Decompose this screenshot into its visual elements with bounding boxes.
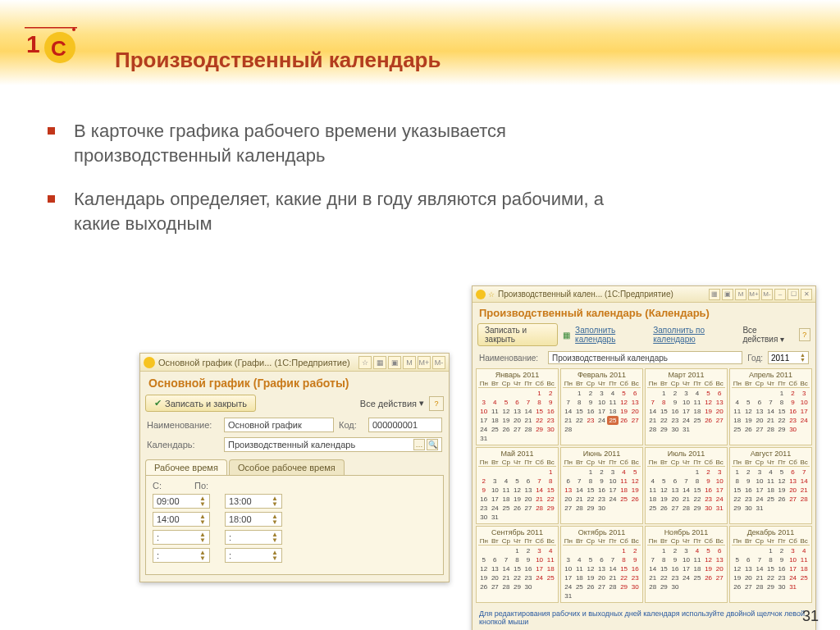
calendar-day[interactable]: 2 — [669, 389, 681, 398]
calendar-day[interactable]: 27 — [563, 504, 574, 513]
time-field[interactable]: 13:00▲▼ — [225, 494, 282, 509]
calendar-day[interactable]: 30 — [703, 504, 714, 513]
time-field[interactable]: :▲▼ — [225, 548, 282, 563]
calendar-day[interactable]: 11 — [692, 555, 703, 564]
calendar-day[interactable]: 9 — [545, 398, 556, 407]
calendar-day[interactable]: 28 — [523, 425, 534, 434]
calendar-day[interactable]: 19 — [512, 495, 523, 504]
memory-minus-button[interactable]: M- — [432, 356, 445, 369]
fill-calendar-link[interactable]: Заполнить календарь — [575, 326, 648, 344]
calendar-day[interactable]: 10 — [534, 555, 546, 564]
calendar-day[interactable]: 2 — [596, 468, 608, 477]
calendar-day[interactable]: 10 — [681, 398, 692, 407]
calendar-day[interactable]: 29 — [776, 425, 788, 434]
calendar-day[interactable]: 23 — [776, 573, 788, 582]
calendar-day[interactable]: 10 — [798, 398, 810, 407]
calendar-day[interactable]: 1 — [732, 468, 743, 477]
calendar-day[interactable]: 18 — [619, 486, 630, 495]
calendar-day[interactable]: 28 — [534, 504, 546, 513]
calendar-day[interactable]: 14 — [607, 564, 619, 573]
calendar-day[interactable]: 22 — [534, 416, 546, 425]
calendar-day[interactable]: 22 — [732, 495, 743, 504]
calendar-day[interactable]: 30 — [478, 513, 490, 522]
calendar-day[interactable]: 3 — [714, 468, 725, 477]
open-button[interactable]: 🔍 — [427, 439, 438, 450]
calendar-day[interactable]: 16 — [478, 495, 490, 504]
calendar-day[interactable]: 4 — [500, 477, 512, 486]
calendar-day[interactable]: 26 — [659, 504, 670, 513]
calendar-day[interactable]: 19 — [619, 407, 630, 416]
code-field[interactable]: 000000001 — [368, 418, 442, 432]
calendar-day[interactable]: 15 — [534, 407, 546, 416]
calendar-day[interactable]: 15 — [776, 407, 788, 416]
calendar-day[interactable]: 13 — [714, 398, 725, 407]
calendar-day[interactable]: 12 — [478, 564, 490, 573]
calendar-day[interactable]: 8 — [545, 477, 556, 486]
all-actions-dropdown[interactable]: Все действия ▾ — [742, 326, 793, 344]
time-field[interactable]: 09:00▲▼ — [153, 494, 210, 509]
calendar-day[interactable]: 28 — [607, 582, 619, 591]
calendar-day[interactable]: 11 — [647, 486, 659, 495]
tab-work-time[interactable]: Рабочее время — [145, 459, 227, 475]
calendar-day[interactable]: 17 — [798, 407, 810, 416]
calendar-day[interactable]: 9 — [743, 477, 755, 486]
calendar-day[interactable]: 20 — [669, 495, 681, 504]
calendar-day[interactable]: 13 — [669, 486, 681, 495]
calendar-day[interactable]: 21 — [647, 573, 659, 582]
calendar-day[interactable]: 1 — [776, 389, 788, 398]
calendar-day[interactable]: 13 — [563, 486, 574, 495]
calendar-day[interactable]: 30 — [545, 425, 556, 434]
calendar-day[interactable]: 6 — [743, 555, 755, 564]
calendar-day[interactable]: 19 — [585, 573, 596, 582]
calendar-day[interactable]: 12 — [732, 564, 743, 573]
calendar-day[interactable]: 17 — [534, 564, 546, 573]
calendar-day[interactable]: 16 — [703, 486, 714, 495]
calendar-day[interactable]: 1 — [659, 546, 670, 555]
calendar-day[interactable]: 24 — [534, 573, 546, 582]
calendar-day[interactable]: 3 — [563, 555, 574, 564]
calendar-day[interactable]: 11 — [500, 486, 512, 495]
calendar-day[interactable]: 20 — [788, 486, 799, 495]
calendar-day[interactable]: 5 — [512, 477, 523, 486]
calendar-day[interactable]: 27 — [788, 495, 799, 504]
calendar-day[interactable]: 17 — [478, 416, 490, 425]
calendar-day[interactable]: 14 — [647, 407, 659, 416]
calendar-day[interactable]: 20 — [512, 416, 523, 425]
calendar-day[interactable]: 19 — [659, 495, 670, 504]
calendar-day[interactable]: 29 — [534, 425, 546, 434]
calendar-day[interactable]: 25 — [500, 504, 512, 513]
calendar-day[interactable]: 23 — [545, 416, 556, 425]
calendar-day[interactable]: 21 — [754, 573, 765, 582]
calendar-day[interactable]: 1 — [512, 546, 523, 555]
calendar-day[interactable]: 7 — [647, 555, 659, 564]
calendar-day[interactable]: 25 — [647, 504, 659, 513]
calendar-day[interactable]: 4 — [647, 477, 659, 486]
calendar-day[interactable]: 25 — [765, 495, 777, 504]
calendar-day[interactable]: 16 — [585, 407, 596, 416]
calendar-day[interactable]: 2 — [585, 389, 596, 398]
calendar-day[interactable]: 5 — [500, 398, 512, 407]
calendar-day[interactable]: 9 — [585, 398, 596, 407]
calendar-day[interactable]: 25 — [607, 416, 619, 425]
select-button[interactable]: … — [413, 439, 425, 450]
calendar-day[interactable]: 6 — [512, 398, 523, 407]
calendar-day[interactable]: 9 — [669, 398, 681, 407]
calendar-day[interactable]: 15 — [545, 486, 556, 495]
calendar-day[interactable]: 16 — [523, 564, 534, 573]
calendar-day[interactable]: 26 — [703, 573, 714, 582]
calendar-day[interactable]: 1 — [545, 468, 556, 477]
calendar-day[interactable]: 12 — [619, 398, 630, 407]
calendar-day[interactable]: 9 — [703, 477, 714, 486]
calendar-day[interactable]: 22 — [619, 573, 630, 582]
calendar-day[interactable]: 8 — [574, 398, 586, 407]
calendar-day[interactable]: 29 — [765, 582, 777, 591]
minimize-button[interactable]: – — [774, 289, 786, 300]
calendar-day[interactable]: 24 — [596, 416, 608, 425]
calendar-day[interactable]: 10 — [754, 477, 765, 486]
time-field[interactable]: :▲▼ — [225, 530, 282, 545]
calendar-day[interactable]: 8 — [512, 555, 523, 564]
tab-special-time[interactable]: Особое рабочее время — [229, 459, 345, 475]
calendar-day[interactable]: 3 — [798, 389, 810, 398]
calendar-day[interactable]: 11 — [798, 555, 810, 564]
calendar-day[interactable]: 24 — [788, 573, 799, 582]
